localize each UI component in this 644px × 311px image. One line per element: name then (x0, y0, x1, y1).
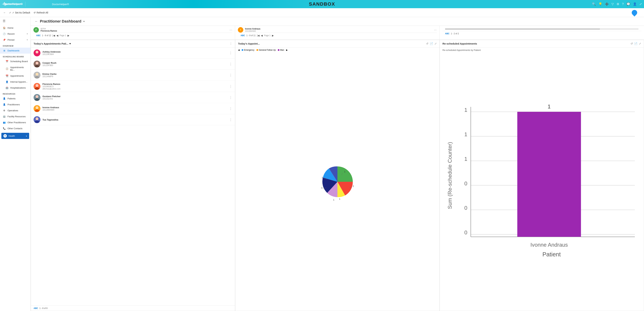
svg-text:0: 0 (464, 180, 467, 187)
patient-menu-florencia[interactable]: ⋮ (229, 85, 232, 88)
panel-rescheduled: Re-scheduled Appointments ↺ 📄 ⤢ Re-sched… (440, 40, 644, 311)
sidebar-item-pinned[interactable]: 📌 Pinned ▾ (0, 37, 30, 43)
sidebar-item-facility-resources[interactable]: 🏢 Facility Resources (0, 114, 30, 120)
range-3: 1 - 2 of 2 (451, 33, 459, 35)
abc-label-left[interactable]: ABC (34, 307, 38, 309)
top-row-name-2: Ivonne Andraus (245, 28, 432, 30)
set-default-label: ✓ Set As Default (12, 11, 30, 14)
sidebar-label-practitioners: Practitioners (8, 103, 20, 106)
panel-appointments-list: Today's Appointments Pati... ▾ ⋮ (31, 40, 235, 311)
sidebar-item-recent[interactable]: 🕐 Recent ▾ (0, 31, 30, 37)
avatar-ashley (34, 50, 40, 56)
top-nav-icons: 🔍 💡 ➕ ▽ ⚙ ? 💬 👤 ⤢ (592, 2, 642, 6)
patient-id-gustavo: 10113L4X2 (42, 98, 227, 100)
patient-id-cooper: 10110F5B3 (42, 64, 227, 67)
prev-page-btn-1[interactable]: ◀ (56, 34, 58, 37)
help-icon[interactable]: ? (622, 3, 624, 6)
svg-point-7 (36, 73, 38, 76)
sidebar-item-home[interactable]: 🏠 Home (0, 25, 30, 31)
abc-label-2[interactable]: ABC (240, 34, 245, 37)
more-menu-icon[interactable]: ⋮ (230, 42, 232, 45)
expand-chart-icon[interactable]: ⤢ (434, 42, 437, 45)
svg-text:Sum (Re-schedule Counter): Sum (Re-schedule Counter) (447, 142, 453, 209)
sidebar-item-internal-appoint[interactable]: 👤 Internal Appoint... (0, 79, 30, 85)
refresh-bar-icon[interactable]: ↺ (630, 42, 633, 45)
abc-label-1[interactable]: ABC (36, 34, 40, 37)
lightbulb-icon[interactable]: 💡 (598, 2, 602, 6)
user-icon[interactable]: 👤 (633, 2, 637, 6)
sidebar-label-recent: Recent (8, 33, 14, 35)
sidebar-item-health[interactable]: H Health ▸ (1, 133, 29, 139)
svg-text:1: 1 (464, 156, 467, 162)
sidebar-item-scheduling-board[interactable]: 📅 Scheduling Board (0, 58, 30, 64)
patient-name-gustavo: Gustavo Fletcher (42, 95, 227, 98)
content-back-button[interactable]: ← (35, 20, 38, 23)
appt-icon: 📆 (6, 75, 8, 77)
expand-bar-icon[interactable]: ⤢ (639, 42, 641, 45)
chat-icon[interactable]: 💬 (626, 2, 630, 6)
hospital-icon: 🏥 (6, 87, 8, 89)
set-default-button[interactable]: ✓ ✓ Set As Default (9, 11, 30, 14)
legend-emergency: Emergency (242, 49, 254, 51)
patient-menu-ashley[interactable]: ⋮ (229, 51, 232, 55)
patient-menu-tua[interactable]: ⋮ (229, 118, 232, 122)
sidebar-item-operatives[interactable]: ⚙ Operatives (0, 108, 30, 114)
patient-menu-ivonne[interactable]: ⋮ (229, 107, 232, 110)
sidebar-item-other-practitioners[interactable]: 👥 Other Practitioners (0, 120, 30, 125)
prev-page-btn-2[interactable]: ◀ (261, 34, 263, 37)
expand-icon[interactable]: ⤢ (640, 2, 642, 6)
refresh-chart-icon[interactable]: ↺ (426, 42, 428, 45)
sidebar-label-appt: Appointments (10, 75, 24, 77)
sidebar-item-appointments[interactable]: 📆 Appointments (0, 73, 30, 79)
pie-chart: 1 2 1 3 2 1 (315, 161, 360, 202)
top-row-name-1: Florencia Ramos (40, 30, 228, 32)
pagination-left: ABC 1 - 8 of 8 (31, 305, 235, 311)
export-icon[interactable]: 📄 (430, 42, 433, 45)
gear-icon[interactable]: ⚙ (616, 2, 619, 6)
sidebar-item-appointments-bo[interactable]: 📋 Appointments Bo... (0, 64, 30, 73)
abc-label-3[interactable]: ABC (445, 33, 450, 35)
legend-label-man: Man (280, 49, 284, 51)
more-options-icon-1[interactable]: ⋯ (230, 28, 232, 32)
patient-item-tua: Tua Tagovailoa ⋮ (31, 114, 235, 125)
next-page-btn-1[interactable]: ▶ (68, 34, 70, 37)
prev-legend-icon[interactable]: ◀ (238, 49, 240, 51)
page-label-2: Page 1 (264, 34, 270, 37)
sidebar-item-other-contacts[interactable]: 📞 Other Contacts (0, 125, 30, 131)
facility-icon: 🏢 (3, 115, 6, 118)
avatar-florencia (34, 83, 40, 90)
first-page-btn-1[interactable]: |◀ (52, 34, 55, 37)
hamburger-button[interactable]: ☰ (0, 17, 30, 25)
patient-item-emma: Emma Clarke 10114N6F9 ⋮ (31, 70, 235, 81)
sidebar-item-hospitalizations[interactable]: 🏥 Hospitalizations (0, 85, 30, 91)
main-layout: ☰ 🏠 Home 🕐 Recent ▾ 📌 Pinned ▾ Overview … (0, 17, 644, 311)
search-icon[interactable]: 🔍 (592, 2, 596, 6)
internal-icon: 👤 (6, 81, 8, 83)
dashboard-body: Today's Appointments Pati... ▾ ⋮ (31, 40, 644, 311)
content-header: ← Practitioner Dashboard ▾ (31, 17, 644, 26)
refresh-icon: ↺ (34, 11, 36, 14)
next-legend-icon[interactable]: ▶ (286, 49, 288, 51)
plus-icon[interactable]: ➕ (605, 2, 609, 6)
more-options-icon-2[interactable]: ⋯ (434, 28, 437, 32)
panel-dropdown-icon[interactable]: ▾ (70, 42, 71, 45)
patient-menu-cooper[interactable]: ⋮ (229, 62, 232, 66)
legend-dot-general (256, 49, 258, 51)
next-page-btn-2[interactable]: ▶ (272, 34, 274, 37)
sidebar-item-dashboards[interactable]: ⊞ Dashboards (0, 48, 30, 54)
sidebar-item-patients[interactable]: 👤 Patients (0, 96, 30, 102)
legend-dot-emergency (242, 49, 243, 51)
page-title-dropdown[interactable]: ▾ (84, 20, 84, 23)
back-button[interactable]: ← (4, 11, 6, 14)
svg-text:1: 1 (464, 107, 467, 113)
patient-menu-gustavo[interactable]: ⋮ (229, 96, 232, 99)
export-bar-icon[interactable]: 📄 (634, 42, 638, 45)
svg-text:1: 1 (333, 199, 334, 201)
patient-menu-emma[interactable]: ⋮ (229, 73, 232, 77)
svg-text:3: 3 (321, 187, 322, 189)
sidebar-item-practitioners[interactable]: 👤 Practitioners (0, 102, 30, 108)
filter-icon[interactable]: ▽ (612, 2, 614, 6)
refresh-all-button[interactable]: ↺ Refresh All (34, 11, 48, 14)
practitioners-icon: 👤 (3, 103, 6, 106)
first-page-btn-2[interactable]: |◀ (257, 34, 260, 37)
